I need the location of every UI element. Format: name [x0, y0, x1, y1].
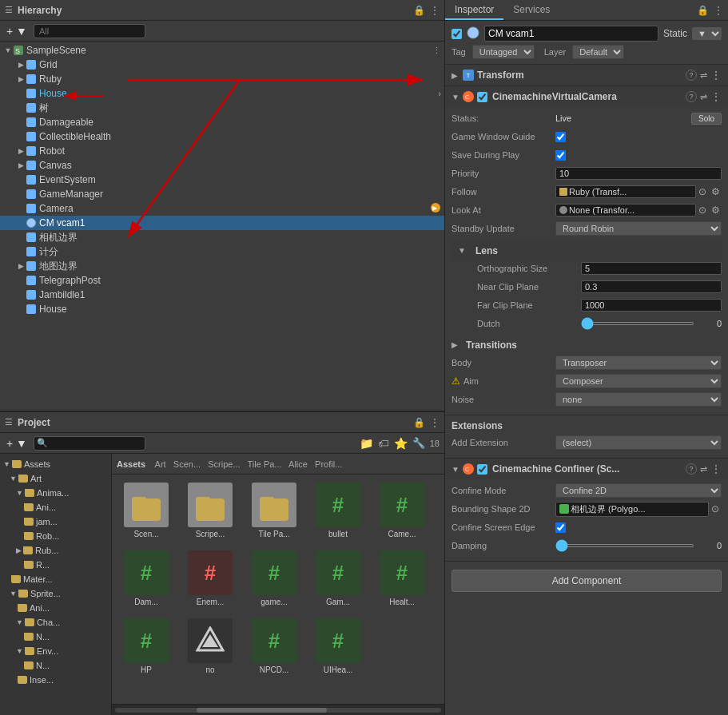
- project-tree-n[interactable]: N...: [0, 630, 111, 644]
- assets-scrollbar[interactable]: [112, 704, 444, 715]
- project-tree-anima[interactable]: ▼ Anima...: [0, 486, 111, 500]
- tree-item-gamemanager[interactable]: GameManager: [0, 187, 444, 201]
- inspector-lock-icon[interactable]: 🔒: [697, 5, 709, 16]
- scene-root-item[interactable]: ▼ S SampleScene ⋮: [0, 43, 444, 58]
- project-more-icon[interactable]: ⋮: [430, 417, 440, 428]
- asset-uihead-script[interactable]: # UIHea...: [308, 615, 368, 678]
- layer-select[interactable]: Default: [572, 45, 624, 59]
- project-tree-r[interactable]: R...: [0, 558, 111, 572]
- follow-ref[interactable]: Ruby (Transf...: [555, 185, 696, 198]
- tree-item-house2[interactable]: House: [0, 302, 444, 316]
- project-tree-rob[interactable]: Rob...: [0, 529, 111, 543]
- asset-dam-script[interactable]: # Dam...: [117, 547, 176, 610]
- tree-item-eventsystem[interactable]: EventSystem: [0, 173, 444, 187]
- static-dropdown[interactable]: ▼: [692, 27, 722, 40]
- bounding-shape-target-icon[interactable]: ⊙: [709, 502, 722, 515]
- inspector-tab[interactable]: Inspector: [445, 1, 503, 20]
- cinemachine-vc-preset-button[interactable]: ⇌: [700, 92, 707, 102]
- project-folder-icon[interactable]: 📁: [360, 437, 373, 450]
- project-tag-icon[interactable]: 🏷: [378, 437, 389, 450]
- asset-health-script[interactable]: # Healt...: [372, 547, 432, 610]
- lookat-ref[interactable]: None (Transfor...: [555, 204, 696, 216]
- bounding-shape-ref[interactable]: 相机边界 (Polygo...: [555, 502, 709, 517]
- add-component-button[interactable]: Add Component: [452, 570, 722, 592]
- noise-select[interactable]: none: [555, 392, 722, 407]
- cinemachine-vc-checkbox[interactable]: [477, 92, 487, 102]
- cinemachine-vc-help-button[interactable]: ?: [686, 91, 697, 102]
- cinemachine-vc-more-button[interactable]: ⋮: [710, 90, 722, 103]
- tree-item-canvas[interactable]: ▶ Canvas: [0, 158, 444, 173]
- inspector-more-icon[interactable]: ⋮: [714, 5, 723, 16]
- project-tree-ani[interactable]: Ani...: [0, 500, 111, 514]
- follow-target-icon[interactable]: ⊙: [696, 185, 709, 198]
- body-select[interactable]: Transposer: [555, 356, 722, 370]
- transform-header[interactable]: ▶ T Transform ? ⇌ ⋮: [445, 65, 728, 85]
- game-window-checkbox[interactable]: [555, 132, 566, 142]
- project-tree-inse[interactable]: Inse...: [0, 673, 111, 687]
- transitions-header[interactable]: ▶ Transitions: [452, 334, 722, 355]
- lookat-settings-icon[interactable]: ⚙: [709, 204, 722, 216]
- add-extension-select[interactable]: (select): [555, 435, 722, 450]
- hierarchy-search-input[interactable]: [34, 24, 145, 38]
- tree-item-telegraph[interactable]: TelegraphPost: [0, 273, 444, 288]
- ortho-input[interactable]: [581, 262, 722, 275]
- aim-select[interactable]: Composer: [555, 374, 722, 388]
- tag-select[interactable]: Untagged: [472, 45, 535, 59]
- confine-mode-select[interactable]: Confine 2D: [555, 483, 722, 498]
- obj-name-input[interactable]: [484, 26, 658, 42]
- tree-item-house[interactable]: House ›: [0, 86, 444, 101]
- hierarchy-add-button[interactable]: + ▼: [5, 25, 29, 38]
- far-clip-input[interactable]: [581, 299, 722, 312]
- save-play-checkbox[interactable]: [555, 150, 566, 161]
- project-tree-mater[interactable]: Mater...: [0, 572, 111, 586]
- project-lock-icon[interactable]: 🔒: [413, 417, 425, 428]
- tree-item-camera[interactable]: Camera ▶: [0, 201, 444, 216]
- cinemachine-vc-header[interactable]: ▼ C CinemachineVirtualCamera ? ⇌ ⋮: [445, 86, 728, 107]
- asset-game-script[interactable]: # game...: [245, 547, 304, 610]
- asset-npc-script[interactable]: # NPCD...: [245, 615, 304, 678]
- project-add-button[interactable]: + ▼: [5, 437, 29, 450]
- project-tree-cha[interactable]: ▼ Cha...: [0, 615, 111, 630]
- dutch-slider[interactable]: [581, 322, 694, 325]
- confiner-more-button[interactable]: ⋮: [710, 463, 722, 475]
- project-tree-n2[interactable]: N...: [0, 658, 111, 673]
- project-tree-jam[interactable]: jam...: [0, 514, 111, 529]
- follow-settings-icon[interactable]: ⚙: [709, 185, 722, 198]
- project-tree-assets[interactable]: ▼ Assets: [0, 457, 111, 471]
- asset-hp-script[interactable]: # HP: [117, 615, 176, 678]
- transform-more-button[interactable]: ⋮: [710, 69, 722, 81]
- project-filter-icon[interactable]: 🔧: [412, 437, 425, 449]
- tree-item-grid[interactable]: ▶ Grid: [0, 58, 444, 72]
- asset-enemy-script[interactable]: # Enem...: [181, 547, 240, 610]
- damping-slider[interactable]: [555, 544, 694, 547]
- project-tree-rub[interactable]: ▶ Rub...: [0, 543, 111, 558]
- asset-no-unity[interactable]: no: [181, 615, 240, 678]
- lookat-target-icon[interactable]: ⊙: [696, 204, 709, 216]
- confiner-help-button[interactable]: ?: [686, 463, 697, 475]
- project-tree-env[interactable]: ▼ Env...: [0, 644, 111, 658]
- cinemachine-confiner-header[interactable]: ▼ C Cinemachine Confiner (Sc... ? ⇌ ⋮: [445, 459, 728, 479]
- asset-bullet[interactable]: # bullet: [308, 479, 368, 542]
- near-clip-input[interactable]: [581, 280, 722, 293]
- confine-screen-checkbox[interactable]: [555, 522, 566, 533]
- tree-item-camera-boundary[interactable]: 相机边界: [0, 230, 444, 244]
- tree-item-damageable[interactable]: Damageable: [0, 115, 444, 129]
- tree-item-jambildle[interactable]: Jambildle1: [0, 288, 444, 302]
- tree-item-tree[interactable]: 树: [0, 101, 444, 115]
- asset-gam-script[interactable]: # Gam...: [308, 547, 368, 610]
- tree-item-cmvcam1[interactable]: CM vcam1: [0, 216, 444, 230]
- solo-button[interactable]: Solo: [691, 113, 722, 125]
- services-tab[interactable]: Services: [503, 1, 559, 20]
- standby-select[interactable]: Round Robin: [555, 221, 722, 236]
- confiner-checkbox[interactable]: [477, 464, 487, 475]
- tree-item-score[interactable]: 计分: [0, 244, 444, 259]
- asset-scripe-folder[interactable]: Scripe...: [181, 479, 240, 542]
- confiner-preset-button[interactable]: ⇌: [700, 464, 707, 475]
- project-search-input[interactable]: [34, 436, 145, 451]
- asset-scen-folder[interactable]: Scen...: [117, 479, 176, 542]
- transform-preset-button[interactable]: ⇌: [700, 70, 707, 81]
- project-tree-sprite[interactable]: ▼ Sprite...: [0, 586, 111, 601]
- priority-input[interactable]: [555, 167, 722, 180]
- asset-camera-script[interactable]: # Came...: [372, 479, 432, 542]
- obj-active-checkbox[interactable]: [452, 29, 462, 39]
